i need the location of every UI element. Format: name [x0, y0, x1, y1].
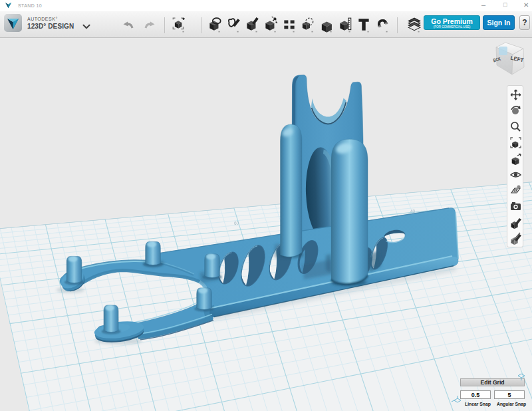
svg-text:40: 40 [410, 209, 416, 213]
svg-text:60: 60 [234, 221, 239, 225]
